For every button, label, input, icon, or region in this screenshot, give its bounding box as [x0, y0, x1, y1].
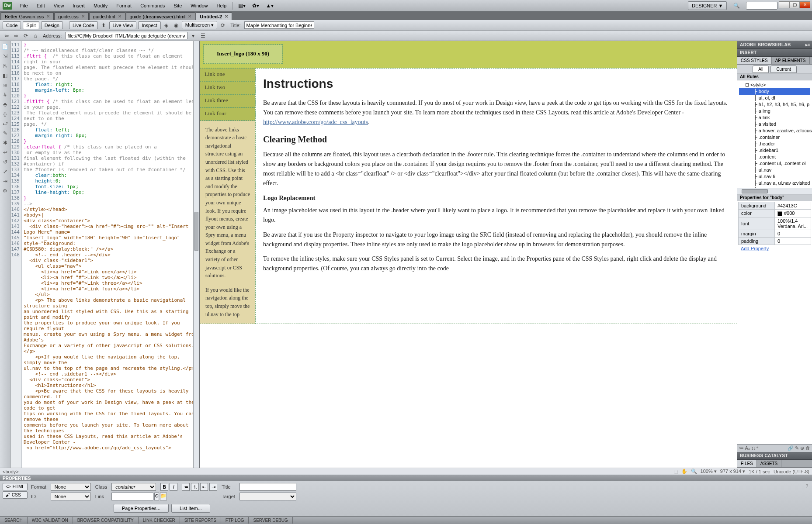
italic-button[interactable]: I — [170, 483, 177, 491]
indent-button[interactable]: ⇥ — [209, 483, 217, 491]
balance-icon[interactable]: ≋ — [1, 81, 9, 89]
vis-aids-icon2[interactable]: ◉ — [172, 21, 180, 29]
open-docs-icon[interactable]: 📄 — [1, 43, 9, 51]
list-item-button[interactable]: List Item... — [171, 504, 210, 513]
ul-button[interactable]: ≔ — [182, 483, 190, 491]
expand-icon[interactable]: ⇱ — [1, 62, 9, 70]
css-rule-row[interactable]: ├ .sidebar1 — [739, 147, 810, 154]
rules-tree[interactable]: ⊟ <style>├ body├ ul, ol, dl├ h1, h2, h3,… — [737, 80, 812, 188]
menu-view[interactable]: View — [49, 1, 69, 10]
target-select[interactable] — [239, 493, 296, 500]
help-icon[interactable]: ？ — [805, 483, 809, 490]
close-tab-icon[interactable]: ✕ — [188, 14, 191, 19]
preview-nav-link[interactable]: Link three — [200, 94, 255, 107]
inspect-split-icon[interactable]: ⬍ — [100, 21, 108, 29]
preview-nav-link[interactable]: Link two — [200, 81, 255, 94]
css-rule-row[interactable]: ├ a:visited — [739, 121, 810, 128]
panel-browserlab[interactable]: ADOBE BROWSERLAB▸≡ — [737, 41, 812, 49]
home-icon[interactable]: ⌂ — [31, 32, 39, 40]
preview-nav-link[interactable]: Link four — [200, 107, 255, 121]
format-icon[interactable]: ⚙ — [1, 187, 9, 195]
outdent-button[interactable]: ⇤ — [200, 483, 208, 491]
hand-tool-icon[interactable]: ✋ — [681, 469, 687, 474]
code-scrollbar[interactable] — [193, 41, 199, 468]
design-view-button[interactable]: Design — [41, 21, 63, 29]
comment-icon[interactable]: ✱ — [1, 139, 9, 147]
css-rule-row[interactable]: ├ ul.nav li — [739, 173, 810, 180]
snippets-icon[interactable]: ✎ — [1, 129, 9, 137]
id-select[interactable]: None — [51, 493, 91, 500]
back-icon[interactable]: ⇦ — [3, 32, 10, 40]
menu-edit[interactable]: Edit — [32, 1, 49, 10]
menu-file[interactable]: File — [16, 1, 32, 10]
html-mode-button[interactable]: <> HTML — [3, 483, 28, 490]
add-property-link[interactable]: Add Property — [738, 245, 811, 252]
css-property-row[interactable]: font100%/1.4 Verdana, Ari... — [739, 217, 811, 230]
collapse-icon[interactable]: ⇲ — [1, 52, 9, 60]
scrollbar-thumb[interactable] — [194, 212, 198, 251]
site-icon[interactable]: ▲▾ — [265, 2, 274, 10]
css-rule-row[interactable]: ├ a:link — [739, 114, 810, 121]
menu-help[interactable]: Help — [212, 1, 231, 10]
forward-icon[interactable]: ⇨ — [12, 32, 20, 40]
refresh-icon[interactable]: ⟳ — [219, 21, 227, 29]
vis-aids-icon[interactable]: ◈ — [163, 21, 170, 29]
panel-business-catalyst[interactable]: BUSINESS CATALYST — [737, 452, 812, 460]
tab-assets[interactable]: ASSETS — [757, 460, 781, 467]
tab-files[interactable]: FILES — [737, 460, 757, 467]
tree-scrollbar[interactable] — [737, 188, 812, 194]
highlight-icon[interactable]: ⬘ — [1, 100, 9, 108]
layout-icon[interactable]: ▦▾ — [237, 2, 246, 10]
indent-icon[interactable]: ⇥ — [1, 177, 9, 185]
select-parent-icon[interactable]: ◧ — [1, 72, 9, 79]
search-input[interactable] — [746, 2, 777, 10]
results-tab[interactable]: FTP LOG — [221, 517, 249, 524]
multiscreen-button[interactable]: Multiscreen ▾ — [182, 21, 217, 29]
tab-ap-elements[interactable]: AP ELEMENTS — [772, 57, 810, 64]
document-tab[interactable]: guide (dreamweaver).html✕ — [126, 12, 196, 20]
zoom-level[interactable]: 100% ▾ — [701, 469, 717, 474]
tab-all[interactable]: All — [753, 66, 769, 73]
css-property-row[interactable]: margin0 — [739, 230, 811, 237]
props-list[interactable]: background#42413Ccolor#000font100%/1.4 V… — [737, 201, 812, 444]
window-size[interactable]: 977 x 914 ▾ — [720, 469, 745, 474]
address-field[interactable] — [65, 32, 187, 39]
css-mode-button[interactable]: 🖌 CSS — [3, 491, 28, 499]
tab-current[interactable]: Current — [770, 66, 796, 73]
search-icon[interactable]: 🔍 — [732, 2, 741, 10]
css-rule-row[interactable]: ├ a:hover, a:active, a:focus — [739, 128, 810, 134]
reload-icon[interactable]: ⟳ — [22, 32, 30, 40]
extend-icon[interactable]: ✿▾ — [251, 2, 260, 10]
menu-insert[interactable]: Insert — [68, 1, 89, 10]
css-rule-row[interactable]: ├ h1, h2, h3, h4, h5, h6, p — [739, 101, 810, 108]
class-select[interactable]: container — [111, 483, 156, 491]
document-tab[interactable]: guide.css✕ — [54, 12, 88, 20]
preview-logo-placeholder[interactable]: Insert_logo (180 x 90) — [204, 45, 282, 64]
results-tab[interactable]: W3C VALIDATION — [28, 517, 73, 524]
split-view-button[interactable]: Split — [23, 21, 39, 29]
css-rule-row[interactable]: ├ .header — [739, 141, 810, 147]
css-rule-row[interactable]: ├ ul, ol, dl — [739, 95, 810, 101]
menu-format[interactable]: Format — [112, 1, 136, 10]
document-tab[interactable]: Untitled-2✕ — [196, 12, 232, 20]
code-editor[interactable]: }/* ~~ miscellaneous float/clear classes… — [22, 41, 199, 468]
liveview-button[interactable]: Live View — [109, 21, 137, 29]
title-field[interactable] — [244, 21, 314, 29]
tag-path[interactable]: <body> — [3, 469, 19, 474]
results-tab[interactable]: SITE REPORTS — [180, 517, 221, 524]
code-view-button[interactable]: Code — [3, 21, 21, 29]
ol-button[interactable]: ⒈ — [191, 483, 199, 491]
page-properties-button[interactable]: Page Properties... — [114, 504, 169, 513]
livecode-button[interactable]: Live Code — [69, 21, 98, 29]
tab-css-styles[interactable]: CSS STYLES — [737, 57, 772, 64]
minimize-button[interactable]: — — [779, 1, 789, 8]
results-tab[interactable]: BROWSER COMPATIBILITY — [73, 517, 139, 524]
inspect-button[interactable]: Inspect — [138, 21, 160, 29]
browse-folder-icon[interactable]: 📁 — [160, 493, 167, 500]
menu-site[interactable]: Site — [169, 1, 186, 10]
syntax-icon[interactable]: {} — [1, 110, 9, 118]
workspace-switcher[interactable]: DESIGNER ▼ — [688, 1, 727, 10]
wrap-icon[interactable]: ↩ — [1, 148, 9, 156]
close-tab-icon[interactable]: ✕ — [46, 14, 50, 19]
panel-insert[interactable]: INSERT — [737, 49, 812, 57]
